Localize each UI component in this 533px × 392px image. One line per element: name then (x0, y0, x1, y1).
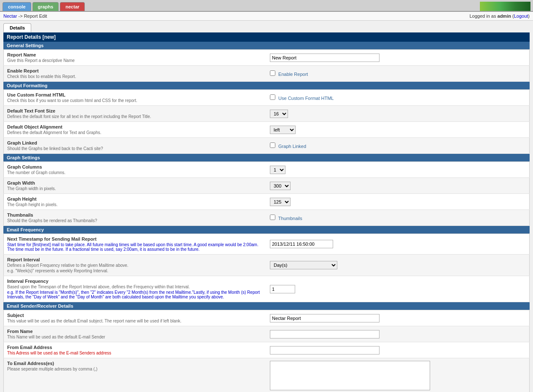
general-settings-table: Report Name Give this Report a descripti… (3, 49, 530, 82)
graph-width-title: Graph Width (7, 180, 263, 185)
font-size-select[interactable]: 810121416182024 (270, 110, 288, 118)
breadcrumb-bar: Nectar -> Report Edit Logged in as admin… (0, 12, 533, 21)
row-graph-linked: Graph Linked Should the Graphs be linked… (4, 138, 530, 154)
nav-tab-console[interactable]: console (3, 2, 31, 11)
breadcrumb-separator: -> (18, 13, 24, 19)
from-name-title: From Name (7, 329, 263, 334)
custom-html-desc: Check this box if you want to use custom… (7, 98, 263, 103)
subsection-graph: Graph Settings (3, 154, 530, 161)
row-custom-html: Use Custom Format HTML Check this box if… (4, 90, 530, 106)
row-report-name: Report Name Give this Report a descripti… (4, 50, 530, 66)
graph-columns-desc: The number of Graph columns. (7, 170, 263, 175)
email-sender-table: Subject This value will be used as the d… (3, 310, 530, 392)
interval-freq-desc1: Based upon the Timespan of the Report In… (7, 285, 263, 289)
logout-link[interactable]: Logout (514, 13, 528, 19)
report-name-title: Report Name (7, 52, 263, 57)
next-timestamp-title: Next Timestamp for Sending Mail Report (7, 236, 263, 242)
custom-html-title: Use Custom Format HTML (7, 92, 263, 97)
row-next-timestamp: Next Timestamp for Sending Mail Report S… (4, 234, 530, 255)
thumbnails-label: Thumbnails (278, 216, 302, 221)
report-interval-title: Report Interval (7, 257, 263, 262)
row-from-name: From Name This Name will be used as the … (4, 326, 530, 342)
graph-height-select[interactable]: 5075100125150175200250 (270, 198, 291, 206)
row-report-interval: Report Interval Defines a Report Frequen… (4, 255, 530, 276)
report-name-desc: Give this Report a descriptive Name (7, 58, 263, 63)
logo (480, 2, 530, 11)
thumbnails-checkbox[interactable] (270, 215, 275, 220)
alignment-title: Default Object Alignment (7, 124, 263, 129)
interval-freq-desc2: e.g. If the Report Interval is "Month(s)… (7, 290, 263, 299)
graph-columns-title: Graph Columns (7, 164, 263, 169)
from-email-title: From Email Address (7, 345, 263, 350)
row-graph-columns: Graph Columns The number of Graph column… (4, 162, 530, 178)
subsection-general: General Settings (3, 42, 530, 49)
alignment-select[interactable]: leftcenterright (270, 126, 296, 134)
enable-report-checkbox[interactable] (270, 70, 275, 76)
subject-desc: This value will be used as the default E… (7, 319, 263, 323)
row-enable-report: Enable Report Check this box to enable t… (4, 66, 530, 82)
font-size-title: Default Text Font Size (7, 108, 263, 113)
enable-report-title: Enable Report (7, 68, 263, 73)
from-name-desc: This Name will be used as the default E-… (7, 335, 263, 339)
email-frequency-table: Next Timestamp for Sending Mail Report S… (3, 234, 530, 302)
graph-width-select[interactable]: 100150200250300350400500 (270, 182, 291, 190)
alignment-desc: Defines the default Alignment for Text a… (7, 130, 263, 135)
row-to-email: To Email Address(es) Please seperate mul… (4, 358, 530, 392)
breadcrumb-page: Report Edit (24, 13, 47, 19)
login-info: Logged in as admin (Logout) (469, 13, 530, 19)
tab-row: Details (3, 23, 530, 32)
from-email-input[interactable] (270, 346, 380, 354)
output-formatting-table: Use Custom Format HTML Check this box if… (3, 89, 530, 154)
nav-tab-graphs[interactable]: graphs (32, 2, 59, 11)
login-username: admin (498, 13, 511, 19)
thumbnails-title: Thumbnails (7, 212, 263, 217)
row-thumbnails: Thumbnails Should the Graphs be rendered… (4, 210, 530, 226)
graph-height-title: Graph Height (7, 196, 263, 201)
report-interval-select[interactable]: Minute(s)Hour(s)Day(s)Week(s)Month(s)Yea… (270, 261, 337, 269)
interval-freq-input[interactable] (270, 285, 295, 293)
graph-width-desc: The Graph width in pixels. (7, 186, 263, 191)
subsection-email-freq: Email Frequency (3, 226, 530, 234)
row-alignment: Default Object Alignment Defines the def… (4, 122, 530, 138)
nav-tab-nectar[interactable]: nectar (60, 2, 85, 11)
row-interval-frequency: Interval Frequency Based upon the Timesp… (4, 276, 530, 302)
breadcrumb: Nectar -> Report Edit (3, 13, 47, 19)
to-email-desc: Please seperate multiple adresses by com… (7, 367, 263, 371)
report-interval-desc2: e.g. "Week(s)" represents a weekly Repor… (7, 268, 263, 273)
next-timestamp-desc: Start time for [first|next] mail to take… (7, 242, 263, 252)
to-email-title: To Email Address(es) (7, 361, 263, 366)
graph-linked-checkbox[interactable] (270, 142, 275, 148)
next-timestamp-input[interactable] (270, 240, 333, 248)
report-interval-desc1: Defines a Report Frequency relative to t… (7, 263, 263, 268)
main-content: Details Report Details [new] General Set… (0, 21, 533, 392)
graph-linked-label: Graph Linked (278, 144, 306, 149)
enable-report-label: Enable Report (278, 72, 308, 77)
graph-height-desc: The Graph height in pixels. (7, 202, 263, 207)
from-name-input[interactable] (270, 330, 380, 338)
interval-freq-title: Interval Frequency (7, 279, 263, 284)
custom-html-label: Use Custom Format HTML (278, 96, 334, 101)
graph-settings-table: Graph Columns The number of Graph column… (3, 161, 530, 226)
from-email-desc: This Adress will be used as the E-mail S… (7, 351, 263, 355)
subject-title: Subject (7, 313, 263, 318)
graph-linked-desc: Should the Graphs be linked back to the … (7, 146, 263, 151)
row-graph-width: Graph Width The Graph width in pixels. 1… (4, 178, 530, 194)
enable-report-desc: Check this box to enable this Report. (7, 74, 263, 79)
row-subject: Subject This value will be used as the d… (4, 310, 530, 326)
to-email-textarea[interactable] (270, 361, 430, 390)
row-from-email: From Email Address This Adress will be u… (4, 342, 530, 358)
tab-details[interactable]: Details (3, 23, 31, 32)
breadcrumb-nectar-link[interactable]: Nectar (3, 13, 17, 19)
subject-input[interactable] (270, 314, 380, 322)
top-nav: console graphs nectar (0, 0, 533, 12)
section-header: Report Details [new] (3, 32, 530, 42)
subsection-email-sender: Email Sender/Receiver Details (3, 302, 530, 310)
thumbnails-desc: Should the Graphs be rendered as Thumbna… (7, 218, 263, 223)
login-prefix: Logged in as (469, 13, 497, 19)
report-name-input[interactable] (270, 54, 380, 62)
custom-html-checkbox[interactable] (270, 94, 275, 100)
subsection-output: Output Formatting (3, 82, 530, 89)
row-font-size: Default Text Font Size Defines the defau… (4, 106, 530, 122)
graph-linked-title: Graph Linked (7, 140, 263, 145)
graph-columns-select[interactable]: 1234 (270, 166, 285, 174)
